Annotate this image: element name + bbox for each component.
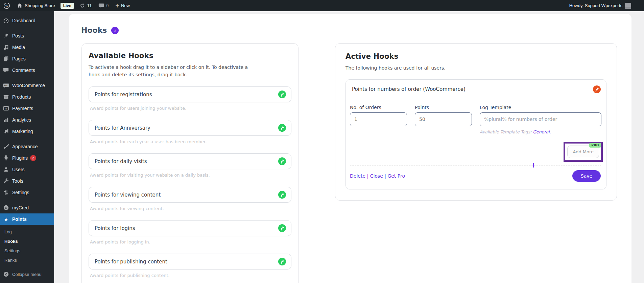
- orders-field-label: No. of Orders: [350, 105, 407, 110]
- deactivate-arrow-icon[interactable]: [593, 85, 601, 93]
- updates-count: 11: [87, 3, 92, 8]
- wrench-icon: [0, 178, 12, 184]
- updates-icon: [79, 3, 85, 8]
- activate-arrow-icon: [278, 258, 286, 265]
- collapse-menu-button[interactable]: Collapse menu: [0, 269, 54, 280]
- live-badge[interactable]: Live: [61, 3, 74, 9]
- points-field-label: Points: [415, 105, 472, 110]
- close-link[interactable]: Close: [370, 173, 383, 179]
- site-name: Shopping Store: [25, 3, 55, 8]
- sidebar-item-analytics[interactable]: Analytics: [0, 114, 54, 126]
- sliders-icon: [0, 189, 12, 196]
- comments-count: 0: [106, 3, 109, 8]
- log-template-input[interactable]: [480, 112, 601, 126]
- box-icon: [0, 94, 12, 100]
- points-input[interactable]: [415, 112, 472, 126]
- hook-description: Award points for visiting your website o…: [90, 173, 291, 178]
- active-hooks-panel: Active Hooks The following hooks are use…: [335, 43, 617, 201]
- mycred-face-icon: [0, 205, 12, 211]
- cursor-tick: [533, 163, 534, 168]
- sidebar-item-users[interactable]: Users: [0, 164, 54, 175]
- howdy-text: Howdy, Support Wpexperts: [569, 3, 622, 8]
- active-hooks-title: Active Hooks: [345, 52, 606, 60]
- hook-description: Award points for viewing content.: [90, 206, 291, 211]
- updates-menu[interactable]: 11: [76, 0, 95, 11]
- avatar: [625, 3, 631, 9]
- main-card: Hooks i Available Hooks To activate a ho…: [69, 14, 631, 283]
- brush-icon: [0, 144, 12, 150]
- active-hook-title: Points for numbers of order (WooCommerce…: [352, 86, 466, 92]
- new-content-menu[interactable]: + New: [112, 0, 133, 11]
- save-button[interactable]: Save: [572, 170, 601, 182]
- activate-arrow-icon: [278, 157, 286, 165]
- activate-arrow-icon: [278, 191, 286, 199]
- comments-menu[interactable]: 0: [95, 0, 112, 11]
- comments-icon: [0, 67, 12, 73]
- submenu-item-settings[interactable]: Settings: [0, 246, 54, 255]
- collapse-arrow-icon: [0, 271, 12, 277]
- sidebar-item-dashboard[interactable]: Dashboard: [0, 15, 54, 26]
- plus-icon: +: [115, 3, 119, 9]
- add-more-button[interactable]: Add More PRO: [567, 146, 599, 158]
- star-icon: ★: [0, 217, 12, 222]
- wordpress-logo-icon: W: [3, 2, 10, 9]
- hook-description: Award points for logging in.: [90, 239, 291, 245]
- sidebar-item-mycred[interactable]: myCred: [0, 202, 54, 213]
- submenu-item-log[interactable]: Log: [0, 227, 54, 236]
- sidebar-item-appearance[interactable]: Appearance: [0, 141, 54, 152]
- available-hook-daily-visits[interactable]: Points for daily visits: [89, 153, 291, 169]
- sidebar-item-products[interactable]: Products: [0, 91, 54, 103]
- dashboard-icon: [0, 18, 12, 24]
- sidebar-item-posts[interactable]: Posts: [0, 30, 54, 42]
- sidebar-item-media[interactable]: Media: [0, 42, 54, 53]
- wordpress-logo-menu[interactable]: W: [0, 0, 14, 11]
- template-tags-hint: Available Template Tags: General.: [480, 129, 601, 134]
- hook-description: Award points for users joining your webs…: [90, 106, 291, 111]
- sidebar-item-plugins[interactable]: Plugins 2: [0, 152, 54, 164]
- available-hooks-panel: Available Hooks To activate a hook drag …: [81, 43, 299, 283]
- orders-input[interactable]: [350, 112, 407, 126]
- plug-icon: [0, 155, 12, 161]
- user-icon: [0, 166, 12, 173]
- submenu-item-hooks[interactable]: Hooks: [0, 236, 54, 246]
- available-hooks-title: Available Hooks: [89, 52, 291, 60]
- main-content: Hooks i Available Hooks To activate a ho…: [54, 11, 644, 283]
- available-hook-publishing-content[interactable]: Points for publishing content: [89, 254, 291, 269]
- sidebar: Dashboard Posts Media Pages Comments WOO: [0, 11, 54, 283]
- activate-arrow-icon: [278, 91, 286, 98]
- info-icon[interactable]: i: [111, 27, 119, 34]
- available-hook-viewing-content[interactable]: Points for viewing content: [89, 187, 291, 203]
- general-tags-link[interactable]: General.: [533, 129, 551, 134]
- hook-description: Award points for publishing content.: [90, 273, 291, 278]
- megaphone-icon: [0, 128, 12, 134]
- submenu-item-ranks[interactable]: Ranks: [0, 255, 54, 265]
- sidebar-item-comments[interactable]: Comments: [0, 65, 54, 76]
- available-hooks-description: To activate a hook drag it to a sidebar …: [89, 64, 251, 78]
- sidebar-item-points[interactable]: ★ Points: [0, 213, 54, 225]
- page-title: Hooks: [81, 26, 107, 34]
- available-hook-anniversary[interactable]: Points for Anniversary: [89, 120, 291, 136]
- activate-arrow-icon: [278, 224, 286, 232]
- bar-chart-icon: [0, 117, 12, 123]
- available-hook-registrations[interactable]: Points for registrations: [89, 86, 291, 102]
- dashed-divider: [350, 165, 601, 165]
- sidebar-item-tools[interactable]: Tools: [0, 175, 54, 187]
- available-hook-logins[interactable]: Points for logins: [89, 220, 291, 236]
- sidebar-item-payments[interactable]: $ Payments: [0, 103, 54, 114]
- sidebar-item-pages[interactable]: Pages: [0, 53, 54, 65]
- comment-bubble-icon: [98, 3, 104, 8]
- sidebar-item-woocommerce[interactable]: WOO WooCommerce: [0, 80, 54, 91]
- pro-badge: PRO: [589, 143, 601, 148]
- site-name-menu[interactable]: Shopping Store: [14, 0, 58, 11]
- home-icon: [17, 3, 23, 8]
- dollar-card-icon: $: [0, 105, 12, 111]
- account-menu[interactable]: Howdy, Support Wpexperts: [569, 0, 644, 11]
- svg-text:WOO: WOO: [4, 84, 8, 86]
- get-pro-link[interactable]: Get Pro: [387, 173, 405, 179]
- sidebar-item-settings[interactable]: Settings: [0, 187, 54, 198]
- sidebar-item-marketing[interactable]: Marketing: [0, 126, 54, 137]
- woocommerce-icon: WOO: [0, 82, 12, 88]
- pages-icon: [0, 56, 12, 62]
- hook-description: Award points for each year a user has be…: [90, 139, 291, 144]
- delete-link[interactable]: Delete: [350, 173, 365, 179]
